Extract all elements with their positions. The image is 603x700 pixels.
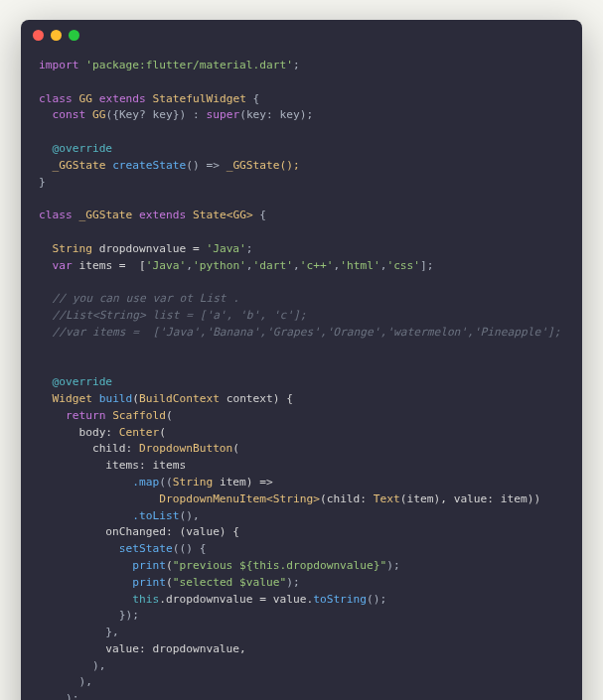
maximize-icon[interactable] bbox=[69, 30, 79, 41]
code-window: import 'package:flutter/material.dart'; … bbox=[21, 20, 582, 700]
initial-value: 'Java' bbox=[206, 242, 245, 255]
keyword-import: import bbox=[39, 59, 78, 71]
type-statefulwidget: StatefulWidget bbox=[153, 92, 246, 105]
fn-createstate: createState bbox=[112, 159, 186, 172]
minimize-icon[interactable] bbox=[51, 30, 62, 41]
scaffold-widget: Scaffold bbox=[112, 409, 166, 422]
print-selected: "selected $value" bbox=[173, 576, 287, 589]
dropdownbutton-widget: DropdownButton bbox=[139, 442, 232, 455]
comment-line-3: //var items = ['Java','Banana','Grapes',… bbox=[52, 326, 560, 339]
fn-setstate: setState bbox=[119, 542, 173, 555]
close-icon[interactable] bbox=[33, 30, 44, 41]
keyword-class: class bbox=[39, 92, 73, 105]
override-annotation: @override bbox=[52, 142, 112, 155]
fn-build: build bbox=[99, 392, 133, 405]
window-titlebar bbox=[21, 20, 582, 50]
code-area[interactable]: import 'package:flutter/material.dart'; … bbox=[21, 50, 582, 700]
class-name-ggstate: _GGState bbox=[78, 209, 132, 221]
import-path: 'package:flutter/material.dart' bbox=[85, 59, 293, 71]
comment-line-2: //List<String> list = ['a', 'b', 'c']; bbox=[52, 309, 306, 322]
print-previous: "previous ${this.dropdownvalue}" bbox=[173, 559, 387, 572]
class-name-gg: GG bbox=[78, 92, 91, 105]
comment-line-1: // you can use var ot List . bbox=[52, 292, 239, 305]
